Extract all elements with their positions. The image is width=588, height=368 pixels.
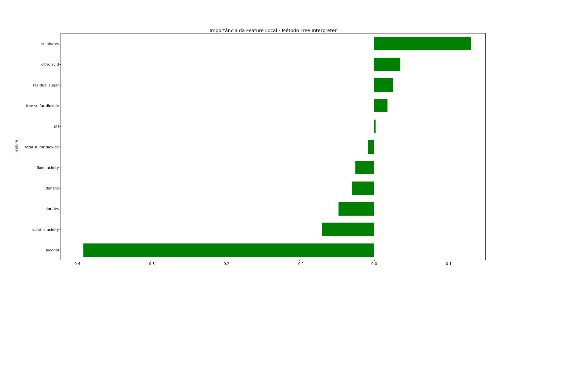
chart-title: Importância da Feature Local - Método Tr… xyxy=(61,28,486,33)
x-tick-label: 0.1 xyxy=(446,262,452,266)
y-tick-label: chlorides xyxy=(42,207,59,211)
chart-container: Feature sulphatescitric acidresidual sug… xyxy=(61,33,486,260)
y-tick-label: residual sugar xyxy=(33,83,59,87)
bar xyxy=(368,140,374,153)
bar xyxy=(374,120,376,133)
x-tick-mark xyxy=(299,260,300,261)
y-tick-label: volatile acidity xyxy=(32,227,59,232)
y-tick-label: free sulfur dioxide xyxy=(26,103,59,108)
y-tick-mark xyxy=(60,126,61,127)
x-tick-mark xyxy=(76,260,76,261)
y-axis-label: Feature xyxy=(14,140,19,154)
y-tick-label: density xyxy=(46,186,59,190)
x-tick-mark xyxy=(449,260,449,261)
y-tick-mark xyxy=(60,106,61,106)
y-tick-label: alcohol xyxy=(46,248,59,252)
y-tick-mark xyxy=(60,44,61,44)
x-tick-mark xyxy=(374,260,375,261)
x-tick-label: −0.4 xyxy=(71,262,80,266)
bar xyxy=(352,182,374,195)
y-tick-mark xyxy=(60,209,61,209)
y-tick-mark xyxy=(60,250,61,250)
x-tick-label: −0.1 xyxy=(295,262,304,266)
y-tick-label: citric acid xyxy=(41,62,59,67)
y-tick-label: fixed acidity xyxy=(37,165,59,170)
x-tick-mark xyxy=(225,260,225,261)
bar xyxy=(374,78,393,91)
y-tick-mark xyxy=(60,147,61,147)
x-tick-label: −0.3 xyxy=(146,262,155,266)
bar xyxy=(355,161,374,174)
bar xyxy=(374,99,388,112)
bar xyxy=(374,37,471,50)
plot-area: Feature sulphatescitric acidresidual sug… xyxy=(61,33,486,260)
bar xyxy=(322,223,374,236)
y-tick-mark xyxy=(60,188,61,188)
bar xyxy=(374,58,400,71)
y-tick-mark xyxy=(60,64,61,65)
x-tick-label: 0.0 xyxy=(371,262,377,266)
y-tick-label: total sulfur dioxide xyxy=(25,145,59,149)
x-tick-mark xyxy=(151,260,151,261)
y-tick-mark xyxy=(60,230,61,230)
y-tick-label: sulphates xyxy=(41,42,59,46)
bar xyxy=(339,202,374,215)
x-tick-label: −0.2 xyxy=(221,262,230,266)
bar xyxy=(83,243,374,257)
y-tick-mark xyxy=(60,85,61,85)
y-tick-mark xyxy=(60,168,61,168)
y-tick-label: pH xyxy=(54,124,59,129)
